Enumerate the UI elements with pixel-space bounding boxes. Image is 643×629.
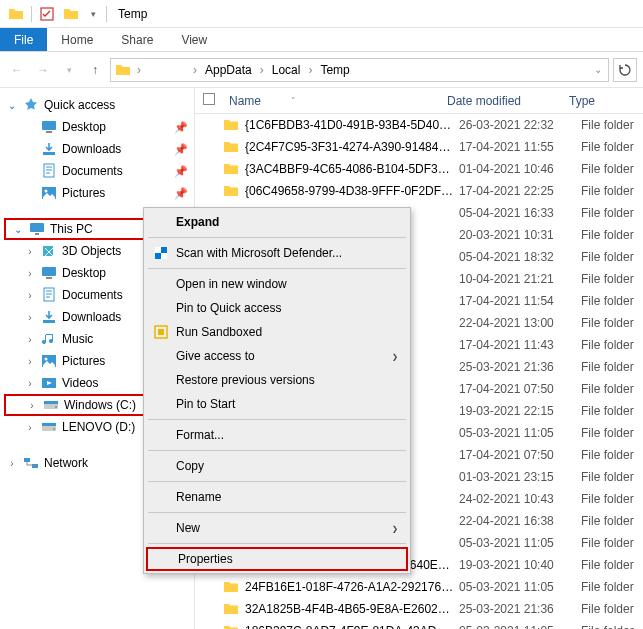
chevron-right-icon[interactable]: › <box>24 290 36 301</box>
chevron-right-icon[interactable]: › <box>306 63 314 77</box>
ctx-restore[interactable]: Restore previous versions <box>146 368 408 392</box>
documents-icon <box>40 287 58 303</box>
3d-icon <box>40 243 58 259</box>
chevron-right-icon[interactable]: › <box>6 458 18 469</box>
chevron-right-icon[interactable]: › <box>26 400 38 411</box>
file-type: File folder <box>581 338 643 352</box>
sidebar-item-pictures[interactable]: Pictures📌 <box>18 182 194 204</box>
refresh-button[interactable] <box>613 58 637 82</box>
table-row[interactable]: {1C6FBDB3-41D0-491B-93B4-5D40D15...26-03… <box>195 114 643 136</box>
svg-rect-26 <box>155 247 161 253</box>
sidebar-quick-access[interactable]: ⌄ Quick access <box>0 94 194 116</box>
ctx-expand[interactable]: Expand <box>146 210 408 234</box>
shield-icon <box>152 244 170 262</box>
tab-home[interactable]: Home <box>47 28 107 51</box>
back-button[interactable]: ← <box>6 59 28 81</box>
chevron-right-icon[interactable]: › <box>135 63 143 77</box>
column-name[interactable]: Name˄ <box>223 94 441 108</box>
divider <box>106 6 107 22</box>
file-name: 24FB16E1-018F-4726-A1A2-29217664E... <box>241 580 459 594</box>
svg-rect-3 <box>43 152 55 155</box>
file-type: File folder <box>581 294 643 308</box>
desktop-icon <box>40 265 58 281</box>
select-all-checkbox[interactable] <box>203 93 223 108</box>
file-type: File folder <box>581 426 643 440</box>
file-date: 01-03-2021 23:15 <box>459 470 581 484</box>
crumb-appdata[interactable]: AppData <box>203 63 254 77</box>
chevron-right-icon[interactable]: › <box>24 356 36 367</box>
up-button[interactable]: ↑ <box>84 59 106 81</box>
recent-dropdown[interactable]: ▾ <box>58 59 80 81</box>
tab-share[interactable]: Share <box>107 28 167 51</box>
chevron-right-icon[interactable]: › <box>24 268 36 279</box>
address-bar[interactable]: › › AppData › Local › Temp ⌄ <box>110 58 609 82</box>
dropdown-icon[interactable]: ▾ <box>87 6 99 22</box>
crumb-local[interactable]: Local <box>270 63 303 77</box>
file-date: 24-02-2021 10:43 <box>459 492 581 506</box>
table-row[interactable]: 32A1825B-4F4B-4B65-9E8A-E2602FCD...25-03… <box>195 598 643 620</box>
svg-rect-11 <box>46 277 52 279</box>
svg-rect-21 <box>42 423 56 426</box>
file-type: File folder <box>581 206 643 220</box>
file-type: File folder <box>581 118 643 132</box>
ctx-properties[interactable]: Properties <box>146 547 408 571</box>
forward-button[interactable]: → <box>32 59 54 81</box>
file-name: {3AC4BBF9-4C65-4086-B104-5DF3482... <box>241 162 459 176</box>
file-type: File folder <box>581 140 643 154</box>
svg-rect-2 <box>46 131 52 133</box>
properties-quick-icon[interactable] <box>39 6 55 22</box>
table-row[interactable]: 24FB16E1-018F-4726-A1A2-29217664E...05-0… <box>195 576 643 598</box>
ctx-scan[interactable]: Scan with Microsoft Defender... <box>146 241 408 265</box>
file-date: 25-03-2021 21:36 <box>459 360 581 374</box>
chevron-down-icon[interactable]: ⌄ <box>12 224 24 235</box>
ctx-new[interactable]: New❯ <box>146 516 408 540</box>
column-type[interactable]: Type <box>563 94 643 108</box>
chevron-right-icon[interactable]: › <box>24 378 36 389</box>
svg-rect-7 <box>30 223 44 232</box>
file-date: 19-03-2021 10:40 <box>459 558 581 572</box>
chevron-right-icon[interactable]: › <box>24 422 36 433</box>
tab-view[interactable]: View <box>167 28 221 51</box>
pin-icon: 📌 <box>174 165 188 178</box>
chevron-right-icon[interactable]: › <box>191 63 199 77</box>
music-icon <box>40 331 58 347</box>
ctx-copy[interactable]: Copy <box>146 454 408 478</box>
chevron-right-icon[interactable]: › <box>258 63 266 77</box>
table-row[interactable]: 186B397C-8AD7-4F9E-81DA-43ADF410...05-03… <box>195 620 643 629</box>
file-type: File folder <box>581 360 643 374</box>
chevron-right-icon: ❯ <box>392 351 398 362</box>
ctx-open-new[interactable]: Open in new window <box>146 272 408 296</box>
ctx-pin-start[interactable]: Pin to Start <box>146 392 408 416</box>
chevron-right-icon[interactable]: › <box>24 246 36 257</box>
file-type: File folder <box>581 382 643 396</box>
ctx-rename[interactable]: Rename <box>146 485 408 509</box>
sidebar-item-documents[interactable]: Documents📌 <box>18 160 194 182</box>
window-title: Temp <box>118 7 147 21</box>
pictures-icon <box>40 353 58 369</box>
ctx-pin-quick[interactable]: Pin to Quick access <box>146 296 408 320</box>
crumb-temp[interactable]: Temp <box>318 63 351 77</box>
divider <box>31 6 32 22</box>
pictures-icon <box>40 185 58 201</box>
file-date: 17-04-2021 11:54 <box>459 294 581 308</box>
ctx-sandbox[interactable]: Run Sandboxed <box>146 320 408 344</box>
column-date[interactable]: Date modified <box>441 94 563 108</box>
file-date: 17-04-2021 11:43 <box>459 338 581 352</box>
file-date: 22-04-2021 13:00 <box>459 316 581 330</box>
ctx-give-access[interactable]: Give access to❯ <box>146 344 408 368</box>
chevron-right-icon[interactable]: › <box>24 334 36 345</box>
tab-file[interactable]: File <box>0 28 47 51</box>
videos-icon <box>40 375 58 391</box>
column-header[interactable]: Name˄ Date modified Type <box>195 88 643 114</box>
file-date: 17-04-2021 07:50 <box>459 448 581 462</box>
chevron-down-icon[interactable]: ⌄ <box>6 100 18 111</box>
chevron-down-icon[interactable]: ⌄ <box>592 64 604 75</box>
chevron-right-icon[interactable]: › <box>24 312 36 323</box>
folder-icon <box>223 117 241 133</box>
table-row[interactable]: {06C49658-9799-4D38-9FFF-0F2DFC0B...17-0… <box>195 180 643 202</box>
table-row[interactable]: {2C4F7C95-3F31-4274-A390-9148448A...17-0… <box>195 136 643 158</box>
table-row[interactable]: {3AC4BBF9-4C65-4086-B104-5DF3482...01-04… <box>195 158 643 180</box>
sidebar-item-downloads[interactable]: Downloads📌 <box>18 138 194 160</box>
sidebar-item-desktop[interactable]: Desktop📌 <box>18 116 194 138</box>
ctx-format[interactable]: Format... <box>146 423 408 447</box>
